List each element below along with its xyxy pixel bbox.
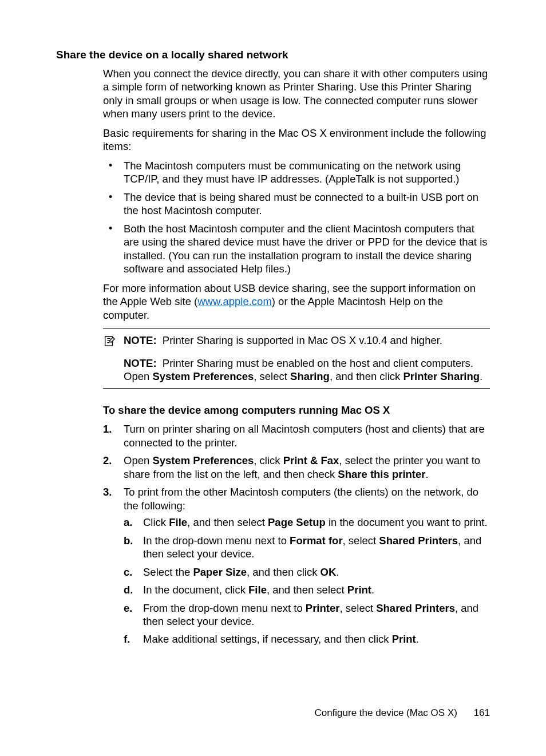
text-fragment: Select the [143,566,193,578]
bold-text: File [248,584,267,596]
note-label: NOTE: [124,357,157,369]
substep-item: c.Select the Paper Size, and then click … [124,565,490,579]
text-fragment: in the document you want to print. [326,516,488,528]
step-item: Open System Preferences, click Print & F… [103,454,490,481]
step-text: Turn on printer sharing on all Macintosh… [124,423,485,448]
substep-item: d.In the document, click File, and then … [124,583,490,596]
apple-website-link[interactable]: www.apple.com [197,295,272,307]
page-number: 161 [474,707,490,718]
note-icon [103,334,124,350]
bold-text: Print & Fax [283,454,339,466]
text-fragment: From the drop-down menu next to [143,602,306,614]
substep-item: a.Click File, and then select Page Setup… [124,516,490,529]
procedure-heading: To share the device among computers runn… [103,403,490,417]
bold-text: Printer [306,602,340,614]
substep-marker: a. [124,516,132,529]
list-item: The device that is being shared must be … [103,191,490,217]
note-text: NOTE: Printer Sharing is supported in Ma… [124,334,490,347]
note-callout: NOTE: Printer Sharing is supported in Ma… [103,328,490,388]
bold-text: Printer Sharing [403,370,480,382]
bold-text: Print [392,633,416,645]
footer-section-title: Configure the device (Mac OS X) [314,707,457,718]
bold-text: Format for [290,535,343,547]
substep-item: e.From the drop-down menu next to Printe… [124,601,490,628]
procedure-list: Turn on printer sharing on all Macintosh… [103,422,490,646]
bold-text: Page Setup [268,516,326,528]
requirements-list: The Macintosh computers must be communic… [103,159,490,276]
substep-item: f.Make additional settings, if necessary… [124,632,490,646]
intro-paragraph-1: When you connect the device directly, yo… [103,67,490,121]
text-fragment: , and then click [330,370,403,382]
text-fragment: . [371,584,374,596]
bold-text: OK [321,566,337,578]
more-info-paragraph: For more information about USB device sh… [103,282,490,322]
text-fragment: . [480,370,482,382]
bold-text: Print [347,584,371,596]
text-fragment: , select [343,535,379,547]
list-item: Both the host Macintosh computer and the… [103,222,490,276]
text-fragment: , click [254,454,283,466]
list-item: The Macintosh computers must be communic… [103,159,490,186]
step-text: To print from the other Macintosh comput… [124,486,478,511]
note-row: NOTE: Printer Sharing is supported in Ma… [103,334,490,350]
substep-marker: e. [124,601,132,615]
bold-text: Shared Printers [379,535,458,547]
text-fragment: , and then click [247,566,321,578]
note-body: Printer Sharing is supported in Mac OS X… [163,334,442,346]
section-heading: Share the device on a locally shared net… [56,49,490,61]
bold-text: Sharing [290,370,330,382]
body-content: When you connect the device directly, yo… [103,67,490,646]
text-fragment: , select [339,602,376,614]
substep-marker: f. [124,632,130,646]
document-page: Share the device on a locally shared net… [0,0,546,756]
step-item: To print from the other Macintosh comput… [103,485,490,646]
substep-marker: b. [124,534,133,547]
bold-text: System Preferences [152,370,254,382]
text-fragment: , select [254,370,290,382]
note-text: NOTE: Printer Sharing must be enabled on… [124,357,490,383]
substep-item: b.In the drop-down menu next to Format f… [124,534,490,561]
text-fragment: . [416,633,419,645]
page-footer: Configure the device (Mac OS X) 161 [314,707,490,719]
text-fragment: Open [124,454,152,466]
bold-text: Share this printer [338,468,425,480]
substep-marker: d. [124,583,133,596]
text-fragment: In the document, click [143,584,248,596]
bold-text: Shared Printers [376,602,455,614]
substep-list: a.Click File, and then select Page Setup… [124,516,490,646]
note-label: NOTE: [124,334,157,346]
step-item: Turn on printer sharing on all Macintosh… [103,422,490,449]
intro-paragraph-2: Basic requirements for sharing in the Ma… [103,126,490,153]
text-fragment: Click [143,516,169,528]
text-fragment: , and then select [267,584,347,596]
text-fragment: . [336,566,339,578]
note-row: NOTE: Printer Sharing must be enabled on… [103,357,490,383]
text-fragment: In the drop-down menu next to [143,535,290,547]
bold-text: Paper Size [193,566,247,578]
text-fragment: Make additional settings, if necessary, … [143,633,392,645]
bold-text: File [169,516,187,528]
bold-text: System Preferences [152,454,254,466]
text-fragment: , and then select [187,516,268,528]
text-fragment: . [426,468,429,480]
substep-marker: c. [124,565,132,579]
